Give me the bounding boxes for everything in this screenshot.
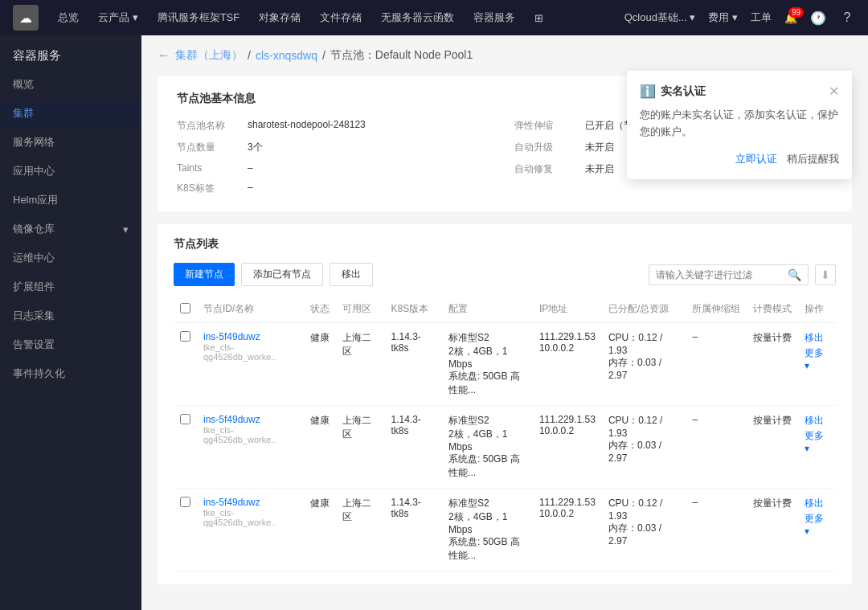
more-actions-link-0[interactable]: 更多 ▾ xyxy=(805,346,829,371)
nav-tsf[interactable]: 腾讯服务框架TSF xyxy=(158,10,240,25)
pool-name-value: sharotest-nodepool-248123 xyxy=(248,119,366,130)
sidebar-item-log[interactable]: 日志采集 xyxy=(0,301,141,330)
sidebar: 容器服务 概览 集群 服务网络 应用中心 Helm应用 镜像仓库 ▾ 运维中心 … xyxy=(0,35,141,610)
info-col-left: 节点池名称 sharotest-nodepool-248123 节点数量 3个 … xyxy=(177,119,495,195)
move-out-button[interactable]: 移出 xyxy=(330,263,373,286)
pool-name-label: 节点池名称 xyxy=(177,119,241,133)
nav-more[interactable]: ⊞ xyxy=(534,12,543,24)
node-actions-2: 移出 更多 ▾ xyxy=(805,497,829,537)
col-resources: 已分配/总资源 xyxy=(602,296,686,323)
download-button[interactable]: ⬇ xyxy=(815,264,836,285)
node-config-1: 标准型S2 2核，4GB，1 Mbps 系统盘: 50GB 高性能... xyxy=(442,406,533,489)
popup-header: ℹ️ 实名认证 ✕ xyxy=(640,84,839,99)
row-checkbox-0[interactable] xyxy=(180,331,190,342)
node-k8s-version-0: 1.14.3-tk8s xyxy=(385,323,443,406)
taints-label: Taints xyxy=(177,162,241,174)
nav-cos[interactable]: 对象存储 xyxy=(259,10,301,25)
node-zone-0: 上海二区 xyxy=(336,323,384,406)
node-count-label: 节点数量 xyxy=(177,141,241,154)
sidebar-item-events[interactable]: 事件持久化 xyxy=(0,359,141,388)
search-input[interactable] xyxy=(656,269,784,280)
k8s-labels-value: – xyxy=(248,182,253,193)
breadcrumb-cls-id[interactable]: cls-xnqsdwq xyxy=(256,49,317,62)
nav-overview[interactable]: 总览 xyxy=(58,10,79,25)
col-status: 状态 xyxy=(304,296,336,323)
taints-value: – xyxy=(248,162,253,174)
node-id-link-2[interactable]: ins-5f49duwz xyxy=(203,497,297,508)
node-actions-1: 移出 更多 ▾ xyxy=(805,414,829,454)
col-actions: 操作 xyxy=(798,296,836,323)
node-billing-2: 按量计费 xyxy=(747,489,798,571)
node-zone-1: 上海二区 xyxy=(336,406,384,489)
add-existing-node-button[interactable]: 添加已有节点 xyxy=(241,263,323,286)
nav-workbench[interactable]: 工单 xyxy=(751,10,772,25)
node-count-value: 3个 xyxy=(248,141,263,154)
popup-body: 您的账户未实名认证，添加实名认证，保护您的账户。 xyxy=(640,107,839,141)
remind-later-button[interactable]: 稍后提醒我 xyxy=(787,152,839,166)
auth-now-button[interactable]: 立即认证 xyxy=(735,152,777,166)
info-icon: ℹ️ xyxy=(640,84,656,99)
select-all-checkbox[interactable] xyxy=(180,303,190,313)
node-ip-0: 111.229.1.53 10.0.0.2 xyxy=(533,323,602,406)
sidebar-item-network[interactable]: 服务网络 xyxy=(0,128,141,157)
sidebar-item-appcenter[interactable]: 应用中心 xyxy=(0,157,141,186)
clock-icon[interactable]: 🕐 xyxy=(810,10,826,26)
nav-products[interactable]: 云产品 ▾ xyxy=(98,10,138,25)
auto-repair-label: 自动修复 xyxy=(514,162,579,176)
row-checkbox-2[interactable] xyxy=(180,497,190,507)
move-out-link-1[interactable]: 移出 xyxy=(805,414,829,428)
breadcrumb-cluster[interactable]: 集群（上海） xyxy=(175,48,243,63)
node-ip-1: 111.229.1.53 10.0.0.2 xyxy=(533,406,602,489)
node-scaling-0: – xyxy=(686,323,747,406)
node-id-link-0[interactable]: ins-5f49duwz xyxy=(203,331,297,342)
help-icon[interactable]: ? xyxy=(839,10,855,26)
node-scaling-1: – xyxy=(686,406,747,489)
row-checkbox-1[interactable] xyxy=(180,414,190,424)
create-node-button[interactable]: 新建节点 xyxy=(174,263,235,286)
sidebar-item-extensions[interactable]: 扩展组件 xyxy=(0,272,141,301)
nav-billing[interactable]: 费用 ▾ xyxy=(708,10,738,25)
breadcrumb-sep1: / xyxy=(248,49,251,62)
node-toolbar: 新建节点 添加已有节点 移出 🔍 ⬇ xyxy=(174,263,836,286)
notifications-badge[interactable]: 🔔 99 xyxy=(784,12,797,24)
nav-scf[interactable]: 无服务器云函数 xyxy=(381,10,454,25)
sidebar-item-ops[interactable]: 运维中心 xyxy=(0,244,141,272)
more-actions-link-2[interactable]: 更多 ▾ xyxy=(805,512,829,537)
table-row: ins-5f49duwz tke_cls-qg4526db_worke.. 健康… xyxy=(174,489,836,571)
node-billing-1: 按量计费 xyxy=(747,406,798,489)
move-out-link-0[interactable]: 移出 xyxy=(805,331,829,345)
node-name-1: tke_cls-qg4526db_worke.. xyxy=(203,425,297,444)
move-out-link-2[interactable]: 移出 xyxy=(805,497,829,510)
sidebar-item-cluster[interactable]: 集群 xyxy=(0,99,141,128)
node-list-title: 节点列表 xyxy=(174,237,219,252)
nav-tke[interactable]: 容器服务 xyxy=(473,10,515,25)
node-resources-2: CPU：0.12 / 1.93 内存：0.03 / 2.97 xyxy=(602,489,686,571)
col-config: 配置 xyxy=(442,296,533,323)
popup-close-button[interactable]: ✕ xyxy=(829,85,839,98)
nav-account[interactable]: Qcloud基础... ▾ xyxy=(624,10,696,25)
realname-auth-popup: ℹ️ 实名认证 ✕ 您的账户未实名认证，添加实名认证，保护您的账户。 立即认证 … xyxy=(627,71,852,179)
sidebar-item-helm[interactable]: Helm应用 xyxy=(0,186,141,215)
nav-cfs[interactable]: 文件存储 xyxy=(320,10,362,25)
top-nav: ☁ 总览 云产品 ▾ 腾讯服务框架TSF 对象存储 文件存储 无服务器云函数 容… xyxy=(0,0,868,35)
popup-title: 实名认证 xyxy=(661,84,706,99)
sidebar-item-alarm[interactable]: 告警设置 xyxy=(0,330,141,359)
more-actions-link-1[interactable]: 更多 ▾ xyxy=(805,429,829,454)
node-status-1: 健康 xyxy=(304,406,336,489)
search-icon[interactable]: 🔍 xyxy=(788,268,801,281)
nav-right: Qcloud基础... ▾ 费用 ▾ 工单 🔔 99 🕐 ? xyxy=(624,10,855,26)
col-scaling: 所属伸缩组 xyxy=(686,296,747,323)
auto-repair-value: 未开启 xyxy=(585,162,614,176)
node-status-2: 健康 xyxy=(304,489,336,571)
node-billing-0: 按量计费 xyxy=(747,323,798,406)
node-list-card: 节点列表 新建节点 添加已有节点 移出 🔍 ⬇ 节点I xyxy=(158,224,852,584)
search-box[interactable]: 🔍 xyxy=(649,264,809,285)
sidebar-item-overview[interactable]: 概览 xyxy=(0,70,141,99)
node-status-0: 健康 xyxy=(304,323,336,406)
elastic-label: 弹性伸缩 xyxy=(514,119,579,133)
node-k8s-version-2: 1.14.3-tk8s xyxy=(385,489,443,571)
sidebar-item-registry[interactable]: 镜像仓库 ▾ xyxy=(0,215,141,244)
node-zone-2: 上海二区 xyxy=(336,489,384,571)
node-id-link-1[interactable]: ins-5f49duwz xyxy=(203,414,297,425)
back-button[interactable]: ← xyxy=(158,48,170,63)
